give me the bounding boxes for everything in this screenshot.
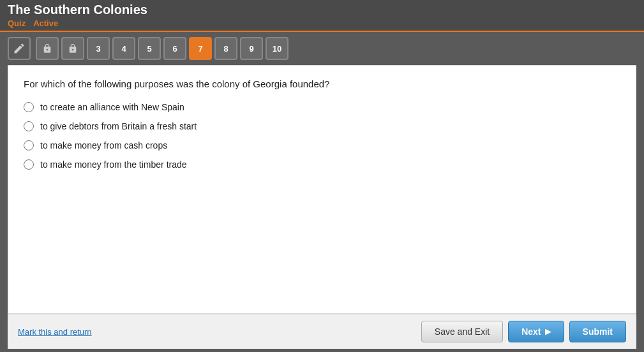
question-btn-3[interactable]: 3	[87, 37, 110, 60]
action-bar: Mark this and return Save and Exit Next …	[8, 314, 636, 349]
question-btn-4[interactable]: 4	[112, 37, 135, 60]
answer-option-d[interactable]: to make money from the timber trade	[24, 159, 620, 170]
question-btn-6[interactable]: 6	[163, 37, 186, 60]
action-buttons: Save and Exit Next Submit	[421, 321, 626, 342]
lock-icon-2	[68, 43, 78, 54]
answer-label-a: to create an alliance with New Spain	[40, 102, 184, 112]
question-btn-7[interactable]: 7	[189, 37, 212, 60]
quiz-label: Quiz	[8, 18, 26, 28]
submit-button[interactable]: Submit	[569, 321, 626, 342]
radio-c[interactable]	[24, 140, 34, 150]
pencil-icon	[13, 42, 26, 55]
question-btn-5[interactable]: 5	[138, 37, 161, 60]
question-btn-8[interactable]: 8	[214, 37, 237, 60]
question-btn-1[interactable]	[36, 37, 59, 60]
answer-option-a[interactable]: to create an alliance with New Spain	[24, 102, 620, 112]
answer-label-c: to make money from cash crops	[40, 140, 167, 150]
edit-button[interactable]	[8, 37, 31, 60]
answer-option-b[interactable]: to give debtors from Britain a fresh sta…	[24, 121, 620, 131]
question-text: For which of the following purposes was …	[24, 78, 620, 89]
quiz-content: For which of the following purposes was …	[8, 65, 636, 314]
question-btn-9[interactable]: 9	[240, 37, 263, 60]
next-button[interactable]: Next	[508, 321, 564, 342]
answer-option-c[interactable]: to make money from cash crops	[24, 140, 620, 150]
answer-label-d: to make money from the timber trade	[40, 159, 187, 170]
radio-a[interactable]	[24, 102, 34, 112]
question-btn-10[interactable]: 10	[266, 37, 288, 60]
radio-d[interactable]	[24, 159, 34, 170]
mark-return-button[interactable]: Mark this and return	[18, 327, 92, 337]
radio-b[interactable]	[24, 121, 34, 131]
save-exit-button[interactable]: Save and Exit	[421, 321, 503, 342]
status-badge: Active	[33, 18, 58, 28]
header: The Southern Colonies Quiz Active	[0, 0, 644, 32]
header-meta: Quiz Active	[8, 18, 636, 28]
question-nav: 3 4 5 6 7 8 9 10	[0, 32, 644, 65]
question-btn-2[interactable]	[61, 37, 84, 60]
page-title: The Southern Colonies	[8, 3, 636, 17]
lock-icon-1	[42, 43, 52, 54]
answer-label-b: to give debtors from Britain a fresh sta…	[40, 121, 197, 131]
